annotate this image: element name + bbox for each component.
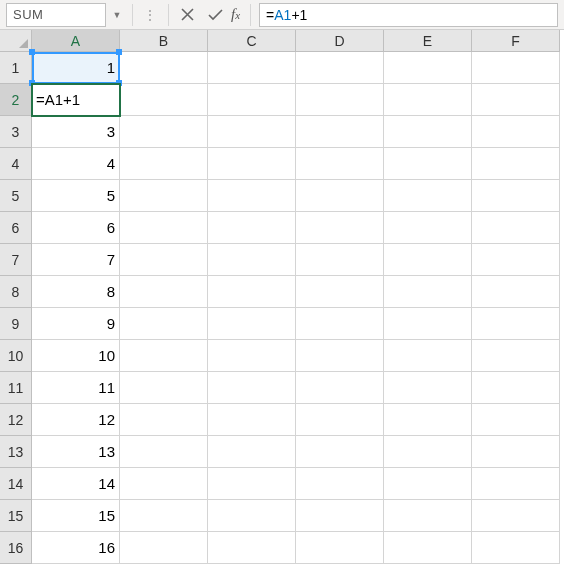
cell-A13[interactable]: 13: [32, 436, 120, 468]
cell-C13[interactable]: [208, 436, 296, 468]
cell-C14[interactable]: [208, 468, 296, 500]
name-box-dropdown-icon[interactable]: ▼: [110, 3, 124, 27]
select-all-corner[interactable]: [0, 30, 32, 52]
row-header-6[interactable]: 6: [0, 212, 32, 244]
row-header-10[interactable]: 10: [0, 340, 32, 372]
cell-F6[interactable]: [472, 212, 560, 244]
cell-F2[interactable]: [472, 84, 560, 116]
cell-A2[interactable]: =A1+1: [32, 84, 120, 116]
cell-F16[interactable]: [472, 532, 560, 564]
row-header-1[interactable]: 1: [0, 52, 32, 84]
cell-C7[interactable]: [208, 244, 296, 276]
cell-E16[interactable]: [384, 532, 472, 564]
cell-A5[interactable]: 5: [32, 180, 120, 212]
cell-F14[interactable]: [472, 468, 560, 500]
cell-B14[interactable]: [120, 468, 208, 500]
row-header-15[interactable]: 15: [0, 500, 32, 532]
cell-F9[interactable]: [472, 308, 560, 340]
cell-C9[interactable]: [208, 308, 296, 340]
cell-D9[interactable]: [296, 308, 384, 340]
cell-B1[interactable]: [120, 52, 208, 84]
cell-B12[interactable]: [120, 404, 208, 436]
cell-E15[interactable]: [384, 500, 472, 532]
cell-E1[interactable]: [384, 52, 472, 84]
cell-C6[interactable]: [208, 212, 296, 244]
row-header-9[interactable]: 9: [0, 308, 32, 340]
cell-E12[interactable]: [384, 404, 472, 436]
cell-E7[interactable]: [384, 244, 472, 276]
cell-A10[interactable]: 10: [32, 340, 120, 372]
cell-D8[interactable]: [296, 276, 384, 308]
row-header-11[interactable]: 11: [0, 372, 32, 404]
cell-B2[interactable]: [120, 84, 208, 116]
cell-D12[interactable]: [296, 404, 384, 436]
cell-A3[interactable]: 3: [32, 116, 120, 148]
cell-A6[interactable]: 6: [32, 212, 120, 244]
cell-B16[interactable]: [120, 532, 208, 564]
cell-E6[interactable]: [384, 212, 472, 244]
column-header-F[interactable]: F: [472, 30, 560, 52]
cell-B9[interactable]: [120, 308, 208, 340]
cell-C8[interactable]: [208, 276, 296, 308]
cell-F13[interactable]: [472, 436, 560, 468]
cell-C3[interactable]: [208, 116, 296, 148]
cell-D13[interactable]: [296, 436, 384, 468]
row-header-5[interactable]: 5: [0, 180, 32, 212]
cell-A12[interactable]: 12: [32, 404, 120, 436]
cell-C11[interactable]: [208, 372, 296, 404]
cell-A14[interactable]: 14: [32, 468, 120, 500]
row-header-2[interactable]: 2: [0, 84, 32, 116]
cell-E2[interactable]: [384, 84, 472, 116]
cell-C10[interactable]: [208, 340, 296, 372]
cell-F15[interactable]: [472, 500, 560, 532]
cell-F3[interactable]: [472, 116, 560, 148]
cell-A11[interactable]: 11: [32, 372, 120, 404]
row-header-3[interactable]: 3: [0, 116, 32, 148]
cell-D16[interactable]: [296, 532, 384, 564]
cell-D3[interactable]: [296, 116, 384, 148]
cell-D7[interactable]: [296, 244, 384, 276]
cell-B11[interactable]: [120, 372, 208, 404]
cell-F12[interactable]: [472, 404, 560, 436]
cell-C1[interactable]: [208, 52, 296, 84]
cell-D6[interactable]: [296, 212, 384, 244]
cell-E9[interactable]: [384, 308, 472, 340]
cell-E5[interactable]: [384, 180, 472, 212]
cell-F5[interactable]: [472, 180, 560, 212]
cell-A8[interactable]: 8: [32, 276, 120, 308]
name-box[interactable]: [6, 3, 106, 27]
cell-B5[interactable]: [120, 180, 208, 212]
cell-E8[interactable]: [384, 276, 472, 308]
cell-C16[interactable]: [208, 532, 296, 564]
cell-F1[interactable]: [472, 52, 560, 84]
cell-C15[interactable]: [208, 500, 296, 532]
cell-B10[interactable]: [120, 340, 208, 372]
cell-F7[interactable]: [472, 244, 560, 276]
insert-function-button[interactable]: fx: [229, 6, 246, 23]
cell-C2[interactable]: [208, 84, 296, 116]
cell-D1[interactable]: [296, 52, 384, 84]
cell-B4[interactable]: [120, 148, 208, 180]
cell-A16[interactable]: 16: [32, 532, 120, 564]
row-header-4[interactable]: 4: [0, 148, 32, 180]
cell-F10[interactable]: [472, 340, 560, 372]
cell-E11[interactable]: [384, 372, 472, 404]
column-header-A[interactable]: A: [32, 30, 120, 52]
cell-C12[interactable]: [208, 404, 296, 436]
cell-A7[interactable]: 7: [32, 244, 120, 276]
cell-D2[interactable]: [296, 84, 384, 116]
cell-B8[interactable]: [120, 276, 208, 308]
enter-button[interactable]: [201, 3, 229, 27]
cell-B6[interactable]: [120, 212, 208, 244]
cell-A4[interactable]: 4: [32, 148, 120, 180]
cell-A15[interactable]: 15: [32, 500, 120, 532]
cell-E10[interactable]: [384, 340, 472, 372]
cell-C5[interactable]: [208, 180, 296, 212]
column-header-D[interactable]: D: [296, 30, 384, 52]
cell-C4[interactable]: [208, 148, 296, 180]
column-header-C[interactable]: C: [208, 30, 296, 52]
row-header-8[interactable]: 8: [0, 276, 32, 308]
cell-A9[interactable]: 9: [32, 308, 120, 340]
column-header-E[interactable]: E: [384, 30, 472, 52]
formula-input[interactable]: =A1+1: [259, 3, 558, 27]
